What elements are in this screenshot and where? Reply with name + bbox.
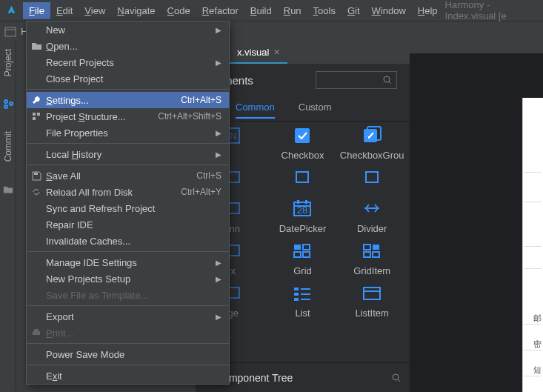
menu-item-label: Open... xyxy=(46,41,78,52)
menu-navigate[interactable]: Navigate xyxy=(111,2,161,19)
palette-item-listitem[interactable]: ListItem xyxy=(337,284,407,319)
shortcut-label: Ctrl+Alt+Y xyxy=(181,187,221,197)
menu-item-label: Reload All from Disk xyxy=(46,187,133,198)
close-icon[interactable]: ✕ xyxy=(273,47,280,57)
svg-line-6 xyxy=(389,82,391,84)
tab-common[interactable]: Common xyxy=(236,97,275,119)
svg-rect-44 xyxy=(33,113,36,116)
menu-item-new-projects-setup[interactable]: New Projects Setup▶ xyxy=(27,270,229,287)
palette-item-partial[interactable] xyxy=(268,168,338,192)
svg-rect-34 xyxy=(294,293,299,296)
menu-item-label: Local History xyxy=(46,149,101,160)
submenu-arrow-icon: ▶ xyxy=(216,313,221,321)
menu-tools[interactable]: Tools xyxy=(307,2,342,19)
palette-item-list[interactable]: List xyxy=(268,284,338,319)
palette-item-datepicker[interactable]: 28DatePicker xyxy=(268,199,338,234)
menu-item-new[interactable]: New▶ xyxy=(27,21,229,38)
print-icon xyxy=(31,328,41,338)
save-icon xyxy=(31,170,41,181)
menu-item-recent-projects[interactable]: Recent Projects▶ xyxy=(27,54,229,70)
editor-tab-index-visual[interactable]: x.visual ✕ xyxy=(230,41,287,64)
menu-view[interactable]: View xyxy=(79,2,111,19)
svg-rect-14 xyxy=(366,172,378,182)
folder-icon xyxy=(31,41,41,51)
component-icon: 28 xyxy=(291,199,313,219)
wrench-icon xyxy=(31,95,41,105)
menu-item-open[interactable]: Open... xyxy=(27,38,229,54)
submenu-arrow-icon: ▶ xyxy=(216,150,221,159)
menu-item-exit[interactable]: Exit xyxy=(27,368,229,384)
reload-icon xyxy=(31,187,41,197)
menu-item-repair-ide[interactable]: Repair IDE xyxy=(27,216,229,233)
palette-item-label: Checkbox xyxy=(282,150,324,161)
svg-text:N: N xyxy=(230,130,236,142)
palette-item-checkboxgrou[interactable]: CheckboxGrou xyxy=(337,126,407,161)
menu-item-close-project[interactable]: Close Project xyxy=(27,70,229,87)
palette-item-griditem[interactable]: GridItem xyxy=(337,242,407,276)
menu-run[interactable]: Run xyxy=(278,2,307,19)
menu-refactor[interactable]: Refactor xyxy=(196,2,244,19)
components-search[interactable] xyxy=(316,71,397,89)
commit-tool-button[interactable]: Commit xyxy=(3,131,13,162)
shortcut-label: Ctrl+S xyxy=(196,170,221,181)
menu-item-label: New xyxy=(46,24,65,36)
palette-item-divider[interactable]: Divider xyxy=(337,199,407,234)
menu-item-export[interactable]: Export▶ xyxy=(27,308,229,325)
palette-item-partial[interactable] xyxy=(337,168,407,192)
svg-rect-32 xyxy=(294,288,299,290)
palette-item-grid[interactable]: Grid xyxy=(268,242,338,276)
menu-item-save-all[interactable]: Save AllCtrl+S xyxy=(27,167,229,184)
tab-custom[interactable]: Custom xyxy=(299,97,332,119)
menu-item-label: Power Save Mode xyxy=(46,349,124,360)
svg-rect-30 xyxy=(373,252,379,257)
svg-point-3 xyxy=(4,105,7,108)
menu-item-settings[interactable]: Settings...Ctrl+Alt+S xyxy=(27,92,229,108)
menu-item-sync-and-refresh-project[interactable]: Sync and Refresh Project xyxy=(27,200,229,216)
palette-item-label: ListItem xyxy=(355,308,389,319)
menu-item-print: Print... xyxy=(27,325,229,341)
menu-item-label: Print... xyxy=(46,328,74,339)
menu-code[interactable]: Code xyxy=(161,2,196,19)
svg-rect-28 xyxy=(373,245,379,250)
palette-item-label: Divider xyxy=(357,223,387,234)
folder-icon xyxy=(3,185,13,195)
menu-item-label: Close Project xyxy=(46,73,103,84)
menu-item-reload-all-from-disk[interactable]: Reload All from DiskCtrl+Alt+Y xyxy=(27,184,229,200)
menu-item-label: Repair IDE xyxy=(46,219,93,230)
menu-item-file-properties[interactable]: File Properties▶ xyxy=(27,124,229,141)
palette-item-label: CheckboxGrou xyxy=(340,150,404,161)
menu-item-manage-ide-settings[interactable]: Manage IDE Settings▶ xyxy=(27,254,229,270)
menu-item-label: Save All xyxy=(46,170,81,182)
menu-window[interactable]: Window xyxy=(366,2,412,19)
component-icon xyxy=(361,242,383,261)
svg-rect-27 xyxy=(364,245,370,250)
submenu-arrow-icon: ▶ xyxy=(216,59,221,67)
component-icon xyxy=(361,284,383,303)
structure-icon xyxy=(31,111,41,122)
menu-item-power-save-mode[interactable]: Power Save Mode xyxy=(27,346,229,362)
phone-canvas: 邮 密 短 xyxy=(522,98,543,392)
project-tool-button[interactable]: Project xyxy=(3,49,13,76)
menu-help[interactable]: Help xyxy=(412,2,444,19)
menu-item-label: Manage IDE Settings xyxy=(46,257,137,268)
menu-item-local-history[interactable]: Local History▶ xyxy=(27,146,229,162)
menu-item-label: Export xyxy=(46,311,74,322)
menu-item-invalidate-caches[interactable]: Invalidate Caches... xyxy=(27,233,229,249)
palette-item-label: List xyxy=(295,308,310,319)
component-icon xyxy=(361,168,383,187)
palette-item-checkbox[interactable]: Checkbox xyxy=(268,126,338,161)
search-icon[interactable] xyxy=(392,373,401,382)
svg-rect-48 xyxy=(33,331,40,335)
menu-build[interactable]: Build xyxy=(244,2,278,19)
editor-tab-label: x.visual xyxy=(237,47,269,58)
svg-text:28: 28 xyxy=(297,205,307,216)
menu-item-label: Save File as Template... xyxy=(46,290,149,301)
menu-item-project-structure[interactable]: Project Structure...Ctrl+Alt+Shift+S xyxy=(27,108,229,124)
menu-file[interactable]: File xyxy=(23,2,50,19)
menu-git[interactable]: Git xyxy=(342,2,366,19)
svg-rect-25 xyxy=(294,252,301,257)
svg-point-4 xyxy=(10,102,13,105)
svg-rect-26 xyxy=(303,252,310,257)
menu-edit[interactable]: Edit xyxy=(50,2,79,19)
component-icon xyxy=(361,199,383,219)
